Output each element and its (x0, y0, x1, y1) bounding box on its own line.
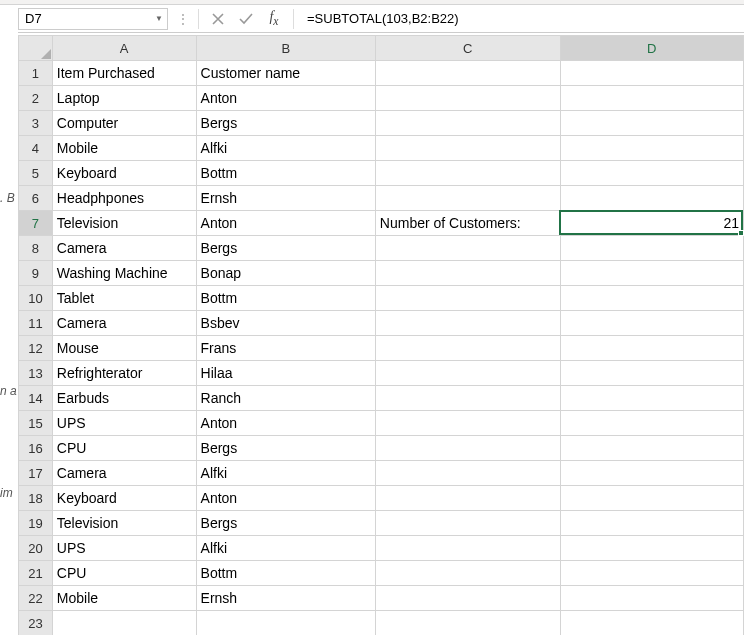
row-header-5[interactable]: 5 (19, 161, 53, 186)
confirm-formula-button[interactable] (232, 7, 260, 31)
cell-D6[interactable] (560, 186, 743, 211)
cell-B19[interactable]: Bergs (196, 511, 375, 536)
cell-A17[interactable]: Camera (52, 461, 196, 486)
cell-C11[interactable] (375, 311, 560, 336)
cell-A14[interactable]: Earbuds (52, 386, 196, 411)
name-box[interactable]: D7 ▼ (18, 8, 168, 30)
cell-B4[interactable]: Alfki (196, 136, 375, 161)
cell-D4[interactable] (560, 136, 743, 161)
cell-A3[interactable]: Computer (52, 111, 196, 136)
cell-B14[interactable]: Ranch (196, 386, 375, 411)
cell-C15[interactable] (375, 411, 560, 436)
cell-A13[interactable]: Refrighterator (52, 361, 196, 386)
cell-B11[interactable]: Bsbev (196, 311, 375, 336)
insert-function-button[interactable]: fx (260, 7, 288, 31)
cell-A8[interactable]: Camera (52, 236, 196, 261)
cell-D2[interactable] (560, 86, 743, 111)
row-header-19[interactable]: 19 (19, 511, 53, 536)
row-header-8[interactable]: 8 (19, 236, 53, 261)
cell-C23[interactable] (375, 611, 560, 636)
cell-C3[interactable] (375, 111, 560, 136)
cell-C10[interactable] (375, 286, 560, 311)
row-header-23[interactable]: 23 (19, 611, 53, 636)
cell-C17[interactable] (375, 461, 560, 486)
row-header-4[interactable]: 4 (19, 136, 53, 161)
cell-C16[interactable] (375, 436, 560, 461)
cell-D8[interactable] (560, 236, 743, 261)
cell-A22[interactable]: Mobile (52, 586, 196, 611)
cell-B16[interactable]: Bergs (196, 436, 375, 461)
row-header-9[interactable]: 9 (19, 261, 53, 286)
cell-D11[interactable] (560, 311, 743, 336)
cell-C21[interactable] (375, 561, 560, 586)
cell-A15[interactable]: UPS (52, 411, 196, 436)
cell-A1[interactable]: Item Purchased (52, 61, 196, 86)
cell-C4[interactable] (375, 136, 560, 161)
cell-D22[interactable] (560, 586, 743, 611)
spreadsheet-grid[interactable]: ABCD1Item PurchasedCustomer name2LaptopA… (18, 35, 744, 635)
cell-A4[interactable]: Mobile (52, 136, 196, 161)
cell-B20[interactable]: Alfki (196, 536, 375, 561)
cell-B3[interactable]: Bergs (196, 111, 375, 136)
cell-B17[interactable]: Alfki (196, 461, 375, 486)
column-header-c[interactable]: C (375, 36, 560, 61)
row-header-10[interactable]: 10 (19, 286, 53, 311)
row-header-2[interactable]: 2 (19, 86, 53, 111)
column-header-b[interactable]: B (196, 36, 375, 61)
row-header-11[interactable]: 11 (19, 311, 53, 336)
cell-D23[interactable] (560, 611, 743, 636)
cell-A7[interactable]: Television (52, 211, 196, 236)
column-header-d[interactable]: D (560, 36, 743, 61)
cell-A2[interactable]: Laptop (52, 86, 196, 111)
cell-D17[interactable] (560, 461, 743, 486)
cancel-formula-button[interactable] (204, 7, 232, 31)
cell-D19[interactable] (560, 511, 743, 536)
cell-B6[interactable]: Ernsh (196, 186, 375, 211)
cell-B2[interactable]: Anton (196, 86, 375, 111)
cell-B8[interactable]: Bergs (196, 236, 375, 261)
row-header-12[interactable]: 12 (19, 336, 53, 361)
row-header-15[interactable]: 15 (19, 411, 53, 436)
cell-D16[interactable] (560, 436, 743, 461)
cell-B23[interactable] (196, 611, 375, 636)
cell-A6[interactable]: Headphpones (52, 186, 196, 211)
row-header-14[interactable]: 14 (19, 386, 53, 411)
cell-B15[interactable]: Anton (196, 411, 375, 436)
cell-B7[interactable]: Anton (196, 211, 375, 236)
cell-A19[interactable]: Television (52, 511, 196, 536)
cell-C19[interactable] (375, 511, 560, 536)
cell-B13[interactable]: Hilaa (196, 361, 375, 386)
row-header-7[interactable]: 7 (19, 211, 53, 236)
cell-C14[interactable] (375, 386, 560, 411)
cell-B12[interactable]: Frans (196, 336, 375, 361)
cell-C9[interactable] (375, 261, 560, 286)
cell-D14[interactable] (560, 386, 743, 411)
row-header-1[interactable]: 1 (19, 61, 53, 86)
cell-B10[interactable]: Bottm (196, 286, 375, 311)
cell-C6[interactable] (375, 186, 560, 211)
cell-D13[interactable] (560, 361, 743, 386)
cell-D15[interactable] (560, 411, 743, 436)
cell-D10[interactable] (560, 286, 743, 311)
cell-A11[interactable]: Camera (52, 311, 196, 336)
cell-D9[interactable] (560, 261, 743, 286)
cell-A23[interactable] (52, 611, 196, 636)
row-header-16[interactable]: 16 (19, 436, 53, 461)
cell-B22[interactable]: Ernsh (196, 586, 375, 611)
cell-B5[interactable]: Bottm (196, 161, 375, 186)
row-header-18[interactable]: 18 (19, 486, 53, 511)
cell-A16[interactable]: CPU (52, 436, 196, 461)
cell-C5[interactable] (375, 161, 560, 186)
cell-D12[interactable] (560, 336, 743, 361)
cell-D5[interactable] (560, 161, 743, 186)
cell-A5[interactable]: Keyboard (52, 161, 196, 186)
row-header-13[interactable]: 13 (19, 361, 53, 386)
select-all-corner[interactable] (19, 36, 53, 61)
cell-D21[interactable] (560, 561, 743, 586)
cell-C8[interactable] (375, 236, 560, 261)
cell-B18[interactable]: Anton (196, 486, 375, 511)
cell-C22[interactable] (375, 586, 560, 611)
cell-C18[interactable] (375, 486, 560, 511)
cell-D7[interactable]: 21 (560, 211, 743, 236)
cell-D1[interactable] (560, 61, 743, 86)
